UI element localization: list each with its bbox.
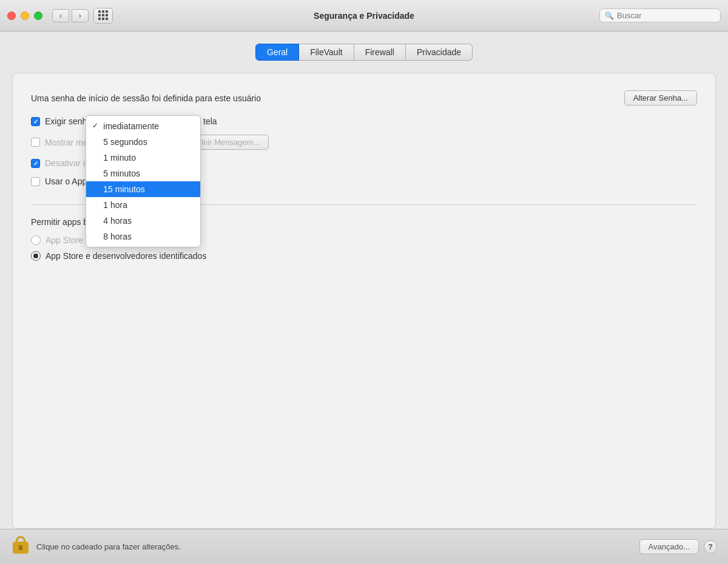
minimize-button[interactable] xyxy=(21,12,29,20)
search-icon: 🔍 xyxy=(605,12,614,20)
option2-label: Mostrar me xyxy=(45,138,88,147)
traffic-lights xyxy=(7,12,42,20)
back-button[interactable]: ‹ xyxy=(52,9,69,22)
checkbox-require-password[interactable] xyxy=(31,117,40,126)
option3-label: Desativar in xyxy=(45,158,90,168)
grid-icon xyxy=(98,10,109,21)
main-content: Geral FileVault Firewall Privacidade Uma… xyxy=(0,32,728,529)
tab-geral[interactable]: Geral xyxy=(255,44,299,61)
lock-keyhole xyxy=(19,545,22,550)
grid-view-button[interactable] xyxy=(93,8,113,24)
dropdown-item-5seg[interactable]: 5 segundos xyxy=(86,134,200,150)
option1-label-prefix: Exigir senh xyxy=(45,116,87,126)
search-bar[interactable]: 🔍 xyxy=(599,8,721,22)
password-row: Uma senha de início de sessão foi defini… xyxy=(31,90,697,106)
window-title: Segurança e Privacidade xyxy=(314,11,414,21)
dropdown-item-15min[interactable]: 15 minutos xyxy=(86,181,200,197)
options-section: Exigir senh imediatamente 5 segundos 1 m… xyxy=(31,116,697,186)
dropdown-item-imediatamente[interactable]: imediatamente xyxy=(86,118,200,134)
radio-button-app-store-devs[interactable] xyxy=(31,251,41,261)
option4-label-prefix: Usar o App xyxy=(45,176,87,186)
option-require-password: Exigir senh imediatamente 5 segundos 1 m… xyxy=(31,116,697,126)
tab-filevault[interactable]: FileVault xyxy=(299,44,354,61)
radio-label-app-store: App Store xyxy=(46,235,83,245)
password-label: Uma senha de início de sessão foi defini… xyxy=(31,93,624,103)
radio-app-store-devs: App Store e desenvolvedores identificado… xyxy=(31,251,697,261)
tab-firewall[interactable]: Firewall xyxy=(354,44,406,61)
tab-privacidade[interactable]: Privacidade xyxy=(406,44,473,61)
maximize-button[interactable] xyxy=(34,12,42,20)
help-button[interactable]: ? xyxy=(704,540,717,554)
titlebar: ‹ › Segurança e Privacidade 🔍 xyxy=(0,0,728,32)
settings-panel: Uma senha de início de sessão foi defini… xyxy=(12,73,716,529)
forward-button[interactable]: › xyxy=(72,9,89,22)
dropdown-item-8horas[interactable]: 8 horas xyxy=(86,229,200,244)
lock-body xyxy=(13,542,29,554)
dropdown-popup[interactable]: imediatamente 5 segundos 1 minuto 5 minu… xyxy=(86,115,201,247)
option1-inline: Exigir senh imediatamente 5 segundos 1 m… xyxy=(45,116,217,126)
lock-icon[interactable] xyxy=(11,536,30,558)
checkbox-use-app[interactable] xyxy=(31,177,40,186)
radio-button-app-store[interactable] xyxy=(31,235,41,245)
nav-buttons: ‹ › xyxy=(52,9,89,22)
search-input[interactable] xyxy=(617,11,715,20)
dropdown-item-1hora[interactable]: 1 hora xyxy=(86,197,200,213)
dropdown-item-5min[interactable]: 5 minutos xyxy=(86,166,200,181)
bottom-bar: Clique no cadeado para fazer alterações.… xyxy=(0,529,728,564)
close-button[interactable] xyxy=(7,12,16,20)
dropdown-item-1min[interactable]: 1 minuto xyxy=(86,150,200,166)
checkbox-disable-auto[interactable] xyxy=(31,159,40,168)
checkbox-show-message[interactable] xyxy=(31,138,40,147)
tab-bar: Geral FileVault Firewall Privacidade xyxy=(12,44,716,61)
lock-text: Clique no cadeado para fazer alterações. xyxy=(36,542,639,551)
dropdown-item-4horas[interactable]: 4 horas xyxy=(86,213,200,229)
advanced-button[interactable]: Avançado... xyxy=(639,539,699,554)
change-password-button[interactable]: Alterar Senha... xyxy=(624,90,697,106)
radio-label-app-store-devs: App Store e desenvolvedores identificado… xyxy=(46,251,206,261)
